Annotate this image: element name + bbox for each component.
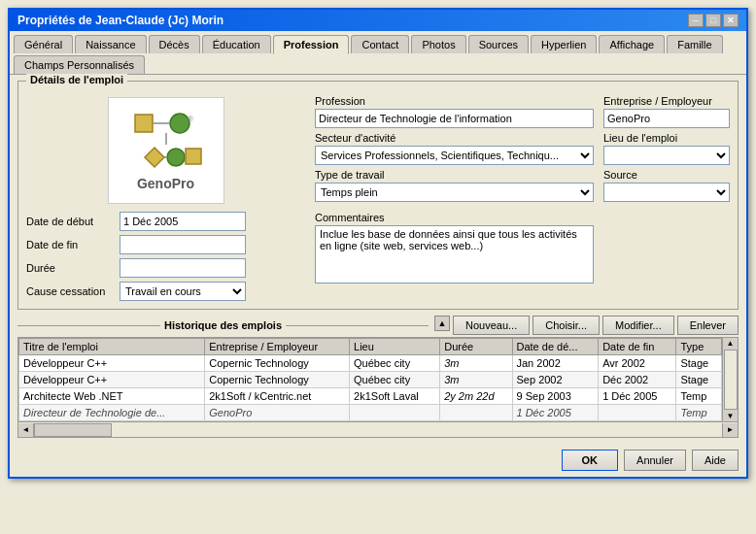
tabs-bar: Général Naissance Décès Éducation Profes… <box>10 31 746 75</box>
tab-education[interactable]: Éducation <box>202 35 271 53</box>
tab-champs[interactable]: Champs Personnalisés <box>14 55 145 74</box>
lieu-select[interactable] <box>603 146 730 165</box>
row1-lieu: Québec city <box>350 355 440 372</box>
svg-rect-6 <box>186 149 201 164</box>
table-scrollbar[interactable]: ▲ ▼ <box>722 338 738 421</box>
history-table: Titre de l'emploi Entreprise / Employeur… <box>18 338 722 421</box>
col-type: Type <box>676 339 722 355</box>
row2-titre: Développeur C++ <box>19 372 205 388</box>
table-row[interactable]: Développeur C++ Copernic Technology Québ… <box>19 355 722 372</box>
hscroll-left-arrow[interactable]: ◄ <box>18 423 34 437</box>
logo-container: ® GenoPro <box>26 95 305 206</box>
row2-date-debut: Sep 2002 <box>512 372 599 388</box>
history-title: Historique des emplois <box>164 319 282 331</box>
history-divider-right <box>286 325 429 326</box>
table-row[interactable]: Développeur C++ Copernic Technology Québ… <box>19 372 722 388</box>
hscroll-right-arrow[interactable]: ► <box>722 423 738 437</box>
minimize-button[interactable]: ─ <box>688 14 704 27</box>
tab-deces[interactable]: Décès <box>149 35 200 53</box>
title-controls: ─ □ ✕ <box>688 14 739 27</box>
history-buttons: ▲ Nouveau... Choisir... Modifier... Enle… <box>434 316 739 335</box>
scrollbar-up-arrow[interactable]: ▲ <box>727 339 735 348</box>
hscroll-track <box>34 423 722 437</box>
choose-button[interactable]: Choisir... <box>533 316 600 335</box>
cause-select[interactable]: Travail en cours <box>120 282 246 301</box>
tab-contact[interactable]: Contact <box>351 35 409 53</box>
row2-duree: 3m <box>440 372 512 388</box>
help-button[interactable]: Aide <box>692 450 739 471</box>
new-button[interactable]: Nouveau... <box>453 316 530 335</box>
main-window: Propriétés de Jean-Claude (Jc) Morin ─ □… <box>8 8 748 479</box>
date-fin-input[interactable] <box>120 235 246 254</box>
type-travail-select[interactable]: Temps plein <box>315 183 594 202</box>
remove-button[interactable]: Enlever <box>677 316 739 335</box>
history-table-wrapper: Titre de l'emploi Entreprise / Employeur… <box>17 337 739 422</box>
restore-button[interactable]: □ <box>705 14 721 27</box>
scrollbar-thumb[interactable] <box>724 350 738 410</box>
logo-spacer <box>603 212 730 301</box>
tab-general[interactable]: Général <box>14 35 73 53</box>
modify-button[interactable]: Modifier... <box>602 316 674 335</box>
source-select[interactable] <box>603 183 730 202</box>
tab-sources[interactable]: Sources <box>468 35 529 53</box>
commentaires-textarea[interactable]: Inclue les base de données ainsi que tou… <box>315 225 594 284</box>
entreprise-input[interactable] <box>603 109 730 128</box>
title-bar: Propriétés de Jean-Claude (Jc) Morin ─ □… <box>10 10 746 31</box>
date-debut-input[interactable] <box>120 212 246 231</box>
profession-input[interactable] <box>315 109 594 128</box>
tab-photos[interactable]: Photos <box>411 35 465 53</box>
row1-titre: Développeur C++ <box>19 355 205 372</box>
row1-date-debut: Jan 2002 <box>512 355 599 372</box>
tab-profession[interactable]: Profession <box>273 35 350 54</box>
tab-affichage[interactable]: Affichage <box>599 35 665 53</box>
row2-date-fin: Déc 2002 <box>599 372 676 388</box>
col-date-fin: Date de fin <box>599 339 676 355</box>
row3-lieu: 2k1Soft Laval <box>350 388 440 405</box>
duree-row: Durée <box>26 258 305 278</box>
secteur-field: Secteur d'activité Services Professionne… <box>315 132 594 165</box>
history-header: Historique des emplois ▲ Nouveau... Choi… <box>17 316 739 335</box>
row3-titre: Architecte Web .NET <box>19 388 205 405</box>
history-divider-left <box>17 325 160 326</box>
cancel-button[interactable]: Annuler <box>624 450 686 471</box>
scrollbar-down-arrow[interactable]: ▼ <box>727 412 735 420</box>
history-section: Historique des emplois ▲ Nouveau... Choi… <box>17 316 739 438</box>
tab-naissance[interactable]: Naissance <box>75 35 146 53</box>
logo-box: ® GenoPro <box>108 97 224 204</box>
duree-input[interactable] <box>120 258 246 278</box>
tab-famille[interactable]: Famille <box>667 35 722 53</box>
entreprise-field: Entreprise / Employeur <box>603 95 730 128</box>
close-button[interactable]: ✕ <box>723 14 739 27</box>
row1-duree: 3m <box>440 355 512 372</box>
svg-point-5 <box>167 149 185 166</box>
cause-row: Cause cessation Travail en cours <box>26 282 305 301</box>
table-row[interactable]: Directeur de Technologie de... GenoPro 1… <box>19 405 722 421</box>
svg-text:®: ® <box>188 115 193 123</box>
commentaires-field: Commentaires Inclue les base de données … <box>315 212 594 301</box>
dates-column: Date de début Date de fin Durée Cause ce… <box>26 212 305 301</box>
row2-lieu: Québec city <box>350 372 440 388</box>
col-titre: Titre de l'emploi <box>19 339 205 355</box>
secteur-select[interactable]: Services Professionnels, Scientifiques, … <box>315 146 594 165</box>
ok-button[interactable]: OK <box>562 450 619 471</box>
date-debut-row: Date de début <box>26 212 305 231</box>
emploi-group-label: Détails de l'emploi <box>26 74 127 85</box>
svg-marker-4 <box>145 148 164 167</box>
row4-entreprise: GenoPro <box>205 405 350 421</box>
table-row[interactable]: Architecte Web .NET 2k1Soft / kCentric.n… <box>19 388 722 405</box>
svg-point-1 <box>170 114 189 133</box>
row1-date-fin: Avr 2002 <box>599 355 676 372</box>
row1-entreprise: Copernic Technology <box>205 355 350 372</box>
row3-duree: 2y 2m 22d <box>440 388 512 405</box>
row4-type: Temp <box>676 405 722 421</box>
tab-hyperlien[interactable]: Hyperlien <box>531 35 597 53</box>
history-scroll-up[interactable]: ▲ <box>434 316 450 331</box>
tab-content: Détails de l'emploi Profession Entrepris… <box>10 75 746 444</box>
window-title: Propriétés de Jean-Claude (Jc) Morin <box>17 14 223 27</box>
row4-date-debut: 1 Déc 2005 <box>512 405 599 421</box>
row4-lieu <box>350 405 440 421</box>
col-entreprise: Entreprise / Employeur <box>205 339 350 355</box>
duree-label: Durée <box>26 262 114 274</box>
hscroll-thumb[interactable] <box>34 423 112 437</box>
svg-rect-0 <box>135 115 153 132</box>
